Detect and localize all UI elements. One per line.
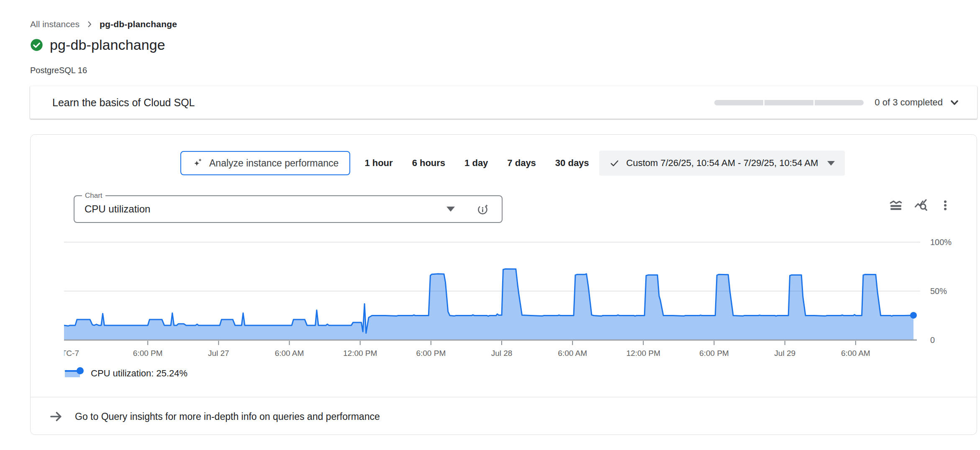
time-range-link[interactable]: 1 day	[464, 158, 488, 169]
legend-dot	[77, 367, 84, 374]
select-dropdown-arrow-icon	[446, 207, 455, 212]
time-range-link[interactable]: 1 hour	[364, 158, 393, 169]
custom-time-range-selector[interactable]: Custom 7/26/25, 10:54 AM - 7/29/25, 10:5…	[599, 151, 845, 176]
learn-basics-banner: Learn the basics of Cloud SQL 0 of 3 com…	[30, 86, 977, 119]
learn-progress-bar	[714, 100, 864, 105]
monitoring-chart-card: Analyze instance performance 1 hour6 hou…	[30, 134, 977, 435]
time-range-link[interactable]: 30 days	[555, 158, 589, 169]
custom-range-label: Custom 7/26/25, 10:54 AM - 7/29/25, 10:5…	[626, 158, 818, 169]
check-icon	[609, 158, 620, 169]
query-insights-text: Go to Query insights for more in-depth i…	[75, 411, 380, 422]
chart-tools	[889, 198, 952, 212]
svg-text:6:00 AM: 6:00 AM	[558, 349, 587, 358]
instance-status-check-circle-icon	[30, 38, 43, 51]
database-version-label: PostgreSQL 16	[30, 66, 980, 75]
query-insights-link[interactable]: Go to Query insights for more in-depth i…	[31, 397, 977, 436]
svg-text:12:00 PM: 12:00 PM	[626, 349, 660, 358]
analyze-button-label: Analyze instance performance	[209, 158, 339, 169]
chart-metric-select[interactable]: Chart CPU utilization	[74, 195, 503, 223]
time-range-link[interactable]: 6 hours	[412, 158, 445, 169]
sparkle-icon	[192, 158, 203, 169]
breadcrumb-current: pg-db-planchange	[100, 19, 177, 29]
chart-select-value: CPU utilization	[85, 203, 446, 215]
area-chart-icon[interactable]	[889, 198, 903, 212]
progress-segment	[765, 100, 813, 105]
progress-segment	[714, 100, 763, 105]
svg-text:UTC-7: UTC-7	[64, 349, 79, 358]
progress-completed-label: 0 of 3 completed	[875, 97, 943, 108]
svg-text:6:00 PM: 6:00 PM	[699, 349, 729, 358]
svg-text:Jul 27: Jul 27	[208, 349, 229, 358]
chart-select-row: Chart CPU utilization	[74, 195, 503, 223]
legend-label: CPU utilization: 25.24%	[91, 368, 187, 379]
explore-chart-icon[interactable]	[914, 198, 928, 212]
breadcrumb-all-instances-link[interactable]: All instances	[30, 19, 80, 29]
svg-text:Jul 28: Jul 28	[491, 349, 513, 358]
instance-title-row: pg-db-planchange	[18, 37, 980, 53]
page-title: pg-db-planchange	[50, 37, 165, 53]
progress-segment	[815, 100, 864, 105]
cpu-chart-svg-mount: UTC-76:00 PMJul 276:00 AM12:00 PM6:00 PM…	[64, 238, 977, 365]
chart-legend: CPU utilization: 25.24%	[65, 367, 977, 380]
svg-text:Jul 29: Jul 29	[774, 349, 795, 358]
chevron-down-icon[interactable]	[949, 97, 960, 108]
time-range-link[interactable]: 7 days	[507, 158, 536, 169]
svg-text:12:00 PM: 12:00 PM	[343, 349, 377, 358]
cloud-sql-instance-page: All instances pg-db-planchange pg-db-pla…	[0, 0, 980, 435]
svg-text:6:00 AM: 6:00 AM	[841, 349, 870, 358]
svg-text:6:00 AM: 6:00 AM	[275, 349, 304, 358]
analyze-instance-performance-button[interactable]: Analyze instance performance	[180, 151, 350, 175]
chart-select-label: Chart	[82, 192, 105, 200]
more-vert-icon[interactable]	[939, 199, 952, 212]
chart-toolbar: Analyze instance performance 1 hour6 hou…	[180, 151, 968, 176]
arrow-right-icon	[49, 409, 63, 424]
svg-text:6:00 PM: 6:00 PM	[416, 349, 446, 358]
cpu-utilization-chart[interactable]: UTC-76:00 PMJul 276:00 AM12:00 PM6:00 PM…	[64, 238, 977, 365]
time-range-links: 1 hour6 hours1 day7 days30 days	[364, 158, 589, 169]
ai-info-icon[interactable]	[477, 203, 489, 215]
svg-text:0: 0	[930, 335, 935, 345]
learn-basics-title: Learn the basics of Cloud SQL	[52, 97, 714, 109]
svg-text:6:00 PM: 6:00 PM	[133, 349, 163, 358]
svg-text:100%: 100%	[930, 238, 952, 247]
svg-text:50%: 50%	[930, 286, 947, 296]
breadcrumb-chevron-icon	[85, 20, 94, 28]
legend-swatch	[65, 370, 80, 377]
breadcrumb: All instances pg-db-planchange	[30, 19, 980, 29]
dropdown-arrow-icon	[827, 161, 835, 166]
